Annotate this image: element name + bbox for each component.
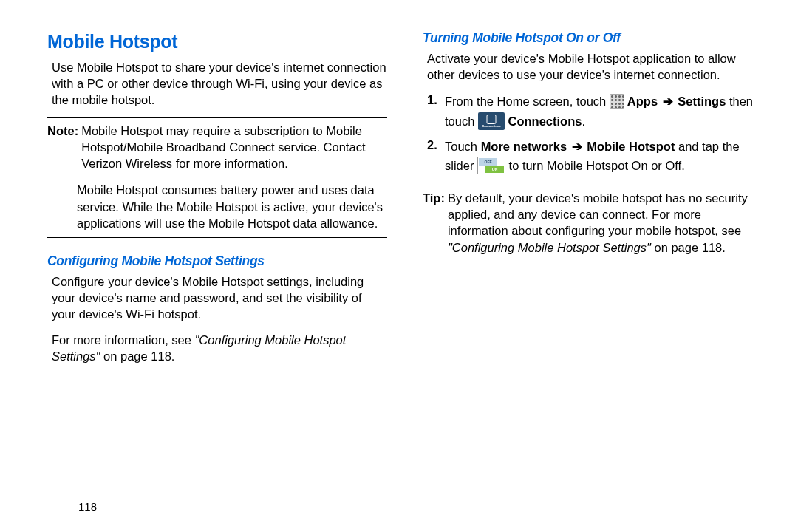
right-column: Turning Mobile Hotspot On or Off Activat… [427, 30, 763, 373]
slider-icon: OFFON [477, 157, 505, 174]
onoff-intro: Activate your device's Mobile Hotspot ap… [427, 50, 763, 83]
step2-post: to turn Mobile Hotspot On or Off. [505, 159, 685, 172]
tip-body: By default, your device's mobile hotspot… [448, 190, 763, 256]
tip-label: Tip: [423, 190, 448, 256]
step1-apps-label: Apps [624, 95, 658, 108]
intro-paragraph: Use Mobile Hotspot to share your device'… [52, 59, 387, 109]
config-paragraph-1: Configure your device's Mobile Hotspot s… [52, 273, 387, 323]
note-label: Note: [47, 123, 81, 172]
step1-settings-label: Settings [678, 95, 726, 108]
note-body-2: Mobile Hotspot consumes battery power an… [47, 182, 387, 231]
arrow-icon: ➔ [570, 140, 587, 153]
config-xref-post: on page 118. [100, 349, 174, 363]
step1-pre: From the Home screen, touch [445, 95, 610, 108]
step2-pre: Touch [445, 140, 481, 153]
note-block: Note: Mobile Hotspot may require a subsc… [47, 117, 387, 239]
step2-mh-label: Mobile Hotspot [587, 140, 675, 153]
tip-xref-link[interactable]: "Configuring Mobile Hotspot Settings" [448, 241, 651, 254]
step-1: From the Home screen, touch Apps ➔ Setti… [427, 92, 763, 131]
page-number: 118 [78, 499, 97, 514]
main-heading: Mobile Hotspot [47, 30, 387, 55]
tip-body-pre: By default, your device's mobile hotspot… [448, 191, 748, 238]
left-column: Mobile Hotspot Use Mobile Hotspot to sha… [52, 30, 387, 373]
steps-list: From the Home screen, touch Apps ➔ Setti… [427, 92, 763, 176]
connections-icon [478, 112, 505, 130]
tip-block: Tip: By default, your device's mobile ho… [423, 185, 763, 262]
step-2: Touch More networks ➔ Mobile Hotspot and… [427, 137, 763, 176]
arrow-icon: ➔ [658, 95, 678, 108]
step1-connections-label: Connections [505, 115, 582, 128]
apps-icon [610, 94, 624, 109]
sub-heading-config: Configuring Mobile Hotspot Settings [47, 253, 387, 270]
note-body-1: Mobile Hotspot may require a subscriptio… [81, 123, 387, 172]
step1-period: . [582, 115, 585, 128]
sub-heading-onoff: Turning Mobile Hotspot On or Off [423, 30, 763, 47]
config-paragraph-2: For more information, see "Configuring M… [52, 332, 387, 365]
step2-more-label: More networks [481, 140, 570, 153]
tip-post: on page 118. [651, 241, 726, 254]
config-xref-pre: For more information, see [52, 333, 195, 347]
